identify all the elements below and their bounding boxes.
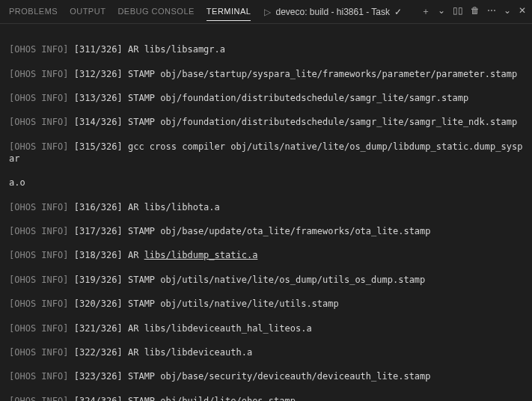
terminal-toolbar: ＋ ⌄ ▯▯ 🗑 ⋯ ⌄ ✕ <box>421 5 526 18</box>
dropdown-icon[interactable]: ⌄ <box>438 5 445 18</box>
task-label-group[interactable]: ▷ deveco: build - hi3861 - Task ✓ <box>264 7 402 17</box>
tab-problems[interactable]: PROBLEMS <box>9 2 58 21</box>
log-line: [OHOS INFO] [314/326] STAMP obj/foundati… <box>9 116 523 128</box>
log-line: [OHOS INFO] [317/326] STAMP obj/base/upd… <box>9 225 523 237</box>
log-line: [OHOS INFO] [311/326] AR libs/libsamgr.a <box>9 43 523 55</box>
log-line: [OHOS INFO] [313/326] STAMP obj/foundati… <box>9 92 523 104</box>
log-line: a.o <box>9 177 523 189</box>
split-terminal-icon[interactable]: ▯▯ <box>453 5 463 18</box>
close-panel-icon[interactable]: ✕ <box>519 5 526 18</box>
maximize-icon[interactable]: ⌄ <box>504 5 511 18</box>
log-line: [OHOS INFO] [315/326] gcc cross compiler… <box>9 141 523 165</box>
kill-terminal-icon[interactable]: 🗑 <box>471 5 480 18</box>
check-icon: ✓ <box>394 7 402 17</box>
log-line: [OHOS INFO] [323/326] STAMP obj/base/sec… <box>9 370 523 382</box>
terminal-output[interactable]: [OHOS INFO] [311/326] AR libs/libsamgr.a… <box>0 24 532 401</box>
run-icon: ▷ <box>264 7 271 17</box>
tab-output[interactable]: OUTPUT <box>70 2 106 21</box>
panel-tabs: PROBLEMS OUTPUT DEBUG CONSOLE TERMINAL <box>9 2 251 21</box>
tab-terminal[interactable]: TERMINAL <box>207 2 251 21</box>
log-line: [OHOS INFO] [324/326] STAMP obj/build/li… <box>9 395 523 401</box>
panel-header: PROBLEMS OUTPUT DEBUG CONSOLE TERMINAL ▷… <box>0 0 532 24</box>
log-line: [OHOS INFO] [312/326] STAMP obj/base/sta… <box>9 68 523 80</box>
log-line: [OHOS INFO] [318/326] AR libs/libdump_st… <box>9 249 523 261</box>
task-label: deveco: build - hi3861 - Task <box>275 7 390 17</box>
log-line: [OHOS INFO] [321/326] AR libs/libdevicea… <box>9 322 523 334</box>
log-line: [OHOS INFO] [322/326] AR libs/libdevicea… <box>9 346 523 358</box>
log-line: [OHOS INFO] [319/326] STAMP obj/utils/na… <box>9 274 523 286</box>
log-line: [OHOS INFO] [316/326] AR libs/libhota.a <box>9 201 523 213</box>
new-terminal-icon[interactable]: ＋ <box>421 5 430 18</box>
log-line: [OHOS INFO] [320/326] STAMP obj/utils/na… <box>9 298 523 310</box>
more-actions-icon[interactable]: ⋯ <box>487 5 496 18</box>
tab-debug-console[interactable]: DEBUG CONSOLE <box>117 2 194 21</box>
